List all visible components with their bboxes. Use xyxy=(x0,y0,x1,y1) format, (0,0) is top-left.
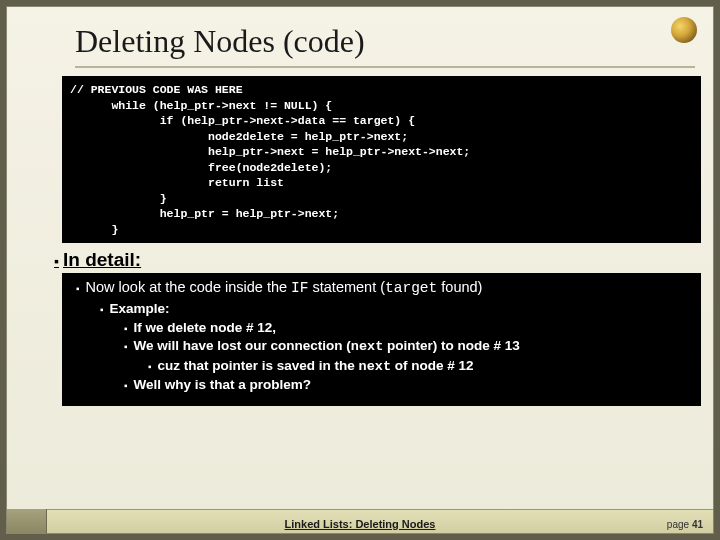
slide-title: Deleting Nodes (code) xyxy=(7,7,713,66)
text: of node # 12 xyxy=(391,358,474,373)
explanation-box: Now look at the code inside the IF state… xyxy=(62,273,701,406)
code-line: help_ptr = help_ptr->next; xyxy=(70,207,339,220)
page-number: page 41 xyxy=(667,519,703,530)
text: cuz that pointer is saved in the xyxy=(158,358,359,373)
code-line: while (help_ptr->next != NULL) { xyxy=(70,99,332,112)
code-line: return list xyxy=(70,176,284,189)
explanation-main: Now look at the code inside the IF state… xyxy=(72,278,691,298)
detail-heading-text: In detail: xyxy=(63,249,141,270)
title-underline xyxy=(75,66,695,68)
code-line: node2delete = help_ptr->next; xyxy=(70,130,408,143)
example-lost: We will have lost our connection (next p… xyxy=(72,336,691,356)
code-line: } xyxy=(70,192,167,205)
code-line: free(node2delete); xyxy=(70,161,332,174)
example-why: Well why is that a problem? xyxy=(72,375,691,394)
code-line: } xyxy=(70,223,118,236)
code-line: if (help_ptr->next->data == target) { xyxy=(70,114,415,127)
page-label: page xyxy=(667,519,692,530)
text: statement ( xyxy=(309,279,386,295)
logo-icon xyxy=(671,17,697,43)
text: Now look at the code inside the xyxy=(86,279,292,295)
code-inline: next xyxy=(351,339,383,354)
code-inline: IF xyxy=(291,280,308,296)
slide: Deleting Nodes (code) // PREVIOUS CODE W… xyxy=(6,6,714,534)
code-inline: next xyxy=(359,359,391,374)
example-ifdelete: If we delete node # 12, xyxy=(72,318,691,337)
example-cuz: cuz that pointer is saved in the next of… xyxy=(72,356,691,376)
page-number-value: 41 xyxy=(692,519,703,530)
code-block: // PREVIOUS CODE WAS HERE while (help_pt… xyxy=(62,76,701,243)
code-line: // PREVIOUS CODE WAS HERE xyxy=(70,83,243,96)
text: pointer) to node # 13 xyxy=(383,338,520,353)
code-inline: target xyxy=(385,280,437,296)
text: We will have lost our connection ( xyxy=(134,338,351,353)
example-label: Example: xyxy=(72,298,691,318)
footer-title: Linked Lists: Deleting Nodes xyxy=(7,518,713,530)
code-line: help_ptr->next = help_ptr->next->next; xyxy=(70,145,470,158)
text: found) xyxy=(437,279,482,295)
detail-heading: In detail: xyxy=(7,243,713,271)
